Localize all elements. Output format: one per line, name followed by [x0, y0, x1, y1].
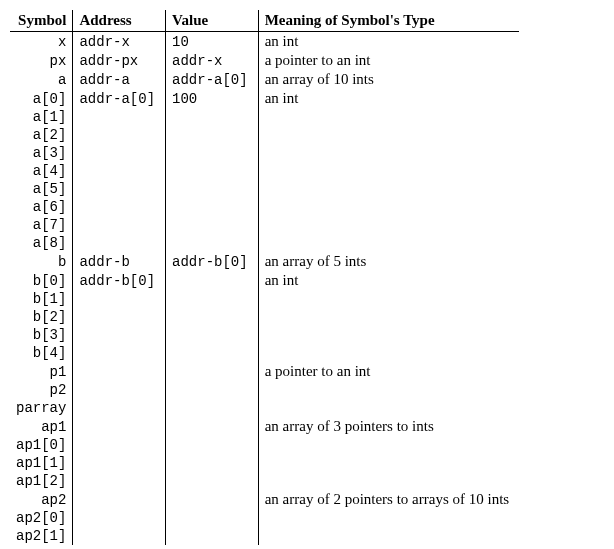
cell-address [73, 216, 166, 234]
cell-meaning [258, 290, 519, 308]
table-row: a[3] [10, 144, 519, 162]
cell-address [73, 436, 166, 454]
cell-meaning [258, 144, 519, 162]
cell-value [166, 290, 259, 308]
cell-meaning [258, 162, 519, 180]
table-body: xaddr-x10an intpxaddr-pxaddr-xa pointer … [10, 32, 519, 546]
table-row: b[2] [10, 308, 519, 326]
cell-value [166, 162, 259, 180]
table-row: ap1[2] [10, 472, 519, 490]
cell-meaning [258, 126, 519, 144]
cell-address [73, 308, 166, 326]
cell-address [73, 326, 166, 344]
cell-value [166, 436, 259, 454]
table-row: b[3] [10, 326, 519, 344]
cell-symbol: a[8] [10, 234, 73, 252]
cell-address [73, 144, 166, 162]
cell-value [166, 326, 259, 344]
table-row: a[4] [10, 162, 519, 180]
cell-meaning [258, 234, 519, 252]
cell-symbol: a[2] [10, 126, 73, 144]
header-address: Address [73, 10, 166, 32]
cell-symbol: a [10, 70, 73, 89]
table-row: pxaddr-pxaddr-xa pointer to an int [10, 51, 519, 70]
cell-address [73, 509, 166, 527]
cell-symbol: a[6] [10, 198, 73, 216]
cell-value [166, 490, 259, 509]
cell-value [166, 362, 259, 381]
cell-symbol: p1 [10, 362, 73, 381]
header-symbol: Symbol [10, 10, 73, 32]
table-row: ap1[0] [10, 436, 519, 454]
cell-meaning: an int [258, 32, 519, 52]
cell-value: addr-a[0] [166, 70, 259, 89]
table-row: ap1an array of 3 pointers to ints [10, 417, 519, 436]
cell-symbol: b[3] [10, 326, 73, 344]
cell-symbol: a[5] [10, 180, 73, 198]
cell-address [73, 234, 166, 252]
cell-address: addr-b[0] [73, 271, 166, 290]
cell-value: addr-x [166, 51, 259, 70]
cell-meaning: an array of 3 pointers to ints [258, 417, 519, 436]
cell-meaning [258, 454, 519, 472]
cell-meaning [258, 326, 519, 344]
cell-meaning: an array of 2 pointers to arrays of 10 i… [258, 490, 519, 509]
cell-address [73, 290, 166, 308]
cell-address [73, 454, 166, 472]
cell-value [166, 126, 259, 144]
cell-value [166, 198, 259, 216]
cell-value [166, 271, 259, 290]
table-row: ap2an array of 2 pointers to arrays of 1… [10, 490, 519, 509]
cell-address: addr-x [73, 32, 166, 52]
table-row: a[0]addr-a[0]100an int [10, 89, 519, 108]
cell-address [73, 472, 166, 490]
cell-meaning [258, 198, 519, 216]
cell-symbol: b[1] [10, 290, 73, 308]
cell-address [73, 180, 166, 198]
cell-value [166, 399, 259, 417]
cell-address: addr-a [73, 70, 166, 89]
cell-symbol: a[4] [10, 162, 73, 180]
cell-address: addr-a[0] [73, 89, 166, 108]
cell-symbol: ap1[0] [10, 436, 73, 454]
cell-value [166, 216, 259, 234]
cell-meaning [258, 216, 519, 234]
cell-meaning [258, 381, 519, 399]
cell-meaning: an int [258, 271, 519, 290]
table-row: a[1] [10, 108, 519, 126]
cell-value [166, 308, 259, 326]
cell-meaning [258, 527, 519, 545]
cell-address [73, 417, 166, 436]
cell-value: addr-b[0] [166, 252, 259, 271]
cell-meaning: a pointer to an int [258, 51, 519, 70]
header-meaning: Meaning of Symbol's Type [258, 10, 519, 32]
cell-symbol: ap1[1] [10, 454, 73, 472]
table-row: p2 [10, 381, 519, 399]
cell-symbol: parray [10, 399, 73, 417]
cell-address [73, 108, 166, 126]
table-row: parray [10, 399, 519, 417]
table-row: a[5] [10, 180, 519, 198]
cell-address [73, 162, 166, 180]
cell-value [166, 527, 259, 545]
cell-value [166, 234, 259, 252]
table-row: p1a pointer to an int [10, 362, 519, 381]
header-row: Symbol Address Value Meaning of Symbol's… [10, 10, 519, 32]
cell-value [166, 180, 259, 198]
cell-value [166, 417, 259, 436]
table-row: a[6] [10, 198, 519, 216]
table-row: xaddr-x10an int [10, 32, 519, 52]
cell-value [166, 144, 259, 162]
cell-meaning [258, 344, 519, 362]
cell-address [73, 344, 166, 362]
cell-value: 10 [166, 32, 259, 52]
table-row: b[0]addr-b[0]an int [10, 271, 519, 290]
cell-value [166, 381, 259, 399]
table-row: baddr-baddr-b[0]an array of 5 ints [10, 252, 519, 271]
table-row: b[1] [10, 290, 519, 308]
cell-symbol: b[2] [10, 308, 73, 326]
cell-meaning [258, 108, 519, 126]
header-value: Value [166, 10, 259, 32]
cell-meaning [258, 180, 519, 198]
cell-meaning [258, 308, 519, 326]
